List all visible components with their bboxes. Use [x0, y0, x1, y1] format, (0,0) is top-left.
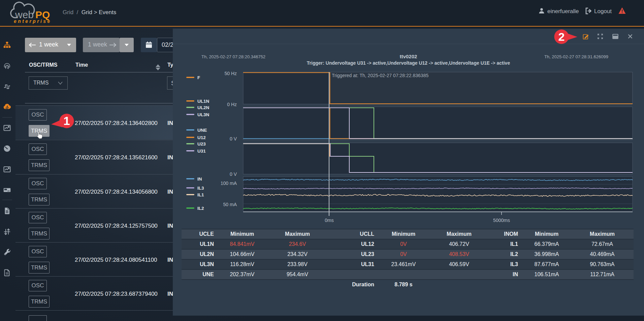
- svg-text:IL3: IL3: [197, 186, 204, 191]
- svg-text:IL2: IL2: [197, 206, 204, 211]
- svg-text:UNE: UNE: [197, 128, 207, 133]
- svg-text:U23: U23: [197, 141, 206, 147]
- svg-text:U31: U31: [197, 149, 206, 154]
- svg-text:50 Hz: 50 Hz: [224, 71, 237, 76]
- svg-text:enterprise: enterprise: [14, 19, 52, 24]
- svg-text:Triggered at: Th, 2025-02-27 0: Triggered at: Th, 2025-02-27 07:28:22.83…: [332, 73, 428, 78]
- svg-text:0ms: 0ms: [325, 218, 333, 223]
- svg-text:1: 1: [63, 114, 70, 127]
- svg-text:5000ms: 5000ms: [493, 218, 510, 223]
- svg-text:F: F: [197, 75, 200, 80]
- svg-text:0 Hz: 0 Hz: [227, 102, 237, 107]
- svg-text:2: 2: [558, 30, 565, 43]
- svg-text:100 mA: 100 mA: [221, 181, 237, 186]
- svg-text:UL3N: UL3N: [197, 112, 209, 117]
- svg-text:IL1: IL1: [197, 192, 204, 197]
- svg-text:0 V: 0 V: [230, 171, 237, 177]
- svg-text:UL1N: UL1N: [197, 99, 209, 104]
- svg-text:UL2N: UL2N: [197, 105, 209, 110]
- svg-text:IN: IN: [197, 176, 202, 182]
- svg-text:0 V: 0 V: [230, 136, 237, 141]
- svg-text:U12: U12: [197, 135, 206, 140]
- svg-text:50 mA: 50 mA: [223, 202, 237, 207]
